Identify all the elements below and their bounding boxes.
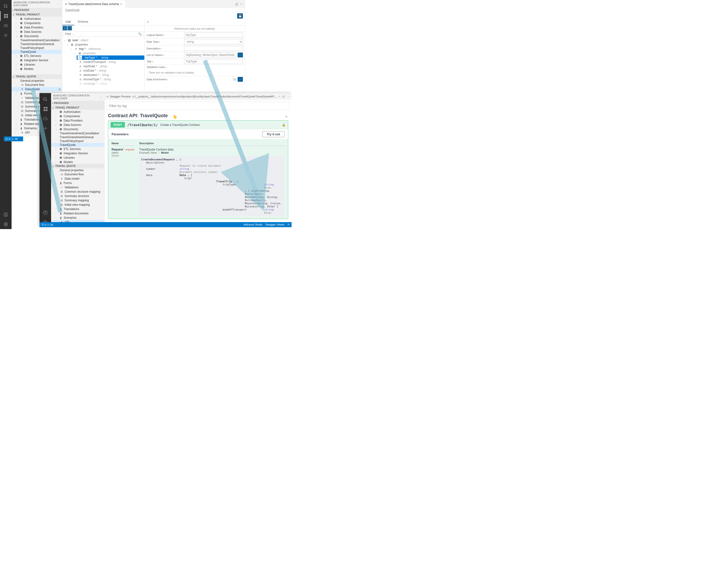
tree-integration[interactable]: ⬢Integration Service xyxy=(12,58,62,62)
section-travel-product[interactable]: ⌄TRAVEL PRODUCT xyxy=(12,12,62,17)
logical-name-input[interactable] xyxy=(184,32,243,38)
status-adinsure[interactable]: AdInsure Studio xyxy=(244,223,262,226)
editor-dataschema: ≡ TravelQuote.dataSchema Data schema × ◫… xyxy=(62,0,245,93)
tree-libraries[interactable]: ›⬢Libraries xyxy=(12,62,62,67)
tree-doc-travelquote[interactable]: TravelQuote xyxy=(51,143,104,147)
tq-api[interactable]: ✦API xyxy=(51,220,104,222)
more-icon[interactable]: ⋯ xyxy=(287,95,290,98)
tree-doc-import[interactable]: TravelPolicyImport xyxy=(12,46,62,50)
filter-by-tag-input[interactable]: Filter by tag xyxy=(106,102,290,110)
breadcrumb[interactable]: TravelQuote xyxy=(62,8,245,12)
tree-data-sources[interactable]: ›⬢Data Sources xyxy=(51,123,104,127)
section-travel-product[interactable]: ⌄TRAVEL PRODUCT xyxy=(51,105,104,110)
section-packages[interactable]: ›PACKAGES xyxy=(51,101,104,105)
cloud-upload-icon[interactable] xyxy=(0,21,12,30)
section-travel-quote[interactable]: ⌄TRAVEL QUOTE xyxy=(51,164,104,168)
prop-coverage[interactable]: Acoverage * : string xyxy=(62,81,144,86)
filter-input[interactable] xyxy=(63,31,137,37)
window-swagger: ADINSURE CONFIGURATION EXPLORER⋯ ›PACKAG… xyxy=(39,93,292,227)
explorer-icon[interactable] xyxy=(0,11,12,21)
tree-components[interactable]: ›⬢Components xyxy=(12,21,62,25)
svg-point-10 xyxy=(5,35,6,36)
tree-doc-travelquote[interactable]: TravelQuote xyxy=(12,50,62,54)
example-value-tab[interactable]: Example Value xyxy=(139,151,157,154)
error-icon[interactable]: ⓧ xyxy=(42,223,44,226)
tree-authorization[interactable]: ›⬢Authorization xyxy=(12,17,62,21)
prop-tripType[interactable]: A tripType * : string xyxy=(77,56,144,60)
api-icon: ✦ xyxy=(60,220,64,222)
svg-point-3 xyxy=(7,14,8,15)
tree-documents[interactable]: ⌄⬢Documents xyxy=(12,34,62,38)
prop-startDate[interactable]: AstartDate * : string xyxy=(62,64,144,68)
tree-etl[interactable]: ›⬢ETL Services xyxy=(12,54,62,58)
tree-doc-general[interactable]: TravelAmendmentGeneral xyxy=(12,42,62,46)
lov-edit-button[interactable]: ⋯ xyxy=(238,53,243,57)
svg-point-18 xyxy=(44,110,45,111)
save-button[interactable]: 💾 xyxy=(237,13,243,18)
api-title[interactable]: Contract API: TravelQuote xyxy=(108,113,168,119)
preview-icon: ▱ xyxy=(106,95,108,98)
account-icon[interactable] xyxy=(0,210,12,219)
prop-modeOfTransport[interactable]: AmodeOfTransport : string xyxy=(62,60,144,64)
expand-icon[interactable]: ⤢ xyxy=(63,26,67,30)
model-schema[interactable]: CreateDocumentRequest ⌄ { description: R… xyxy=(139,156,285,216)
more-icon[interactable]: ⋯ xyxy=(100,95,102,99)
split-icon[interactable]: ◫ xyxy=(235,2,238,6)
tab-schema[interactable]: Schema xyxy=(74,18,92,25)
tree-data-sources[interactable]: ›⬢Data Sources xyxy=(12,30,62,34)
section-travel-quote[interactable]: ⌄TRAVEL QUOTE xyxy=(12,74,62,79)
feedback-icon[interactable]: ⟳ xyxy=(288,223,290,226)
data-type-select[interactable]: string xyxy=(184,39,243,44)
chevron-down-icon[interactable]: ⌄ xyxy=(285,113,288,119)
close-icon[interactable]: × xyxy=(279,95,280,98)
prop-insuredType[interactable]: AinsuredType * : string xyxy=(62,77,144,81)
error-icon[interactable]: ⓧ xyxy=(5,137,8,141)
info-icon[interactable]: i xyxy=(148,20,148,24)
tree-documents[interactable]: ⌄⬢Documents xyxy=(51,127,104,131)
tq-general[interactable]: General properties xyxy=(12,79,62,83)
tab-live[interactable]: Live xyxy=(62,18,74,25)
search-icon[interactable] xyxy=(0,1,12,11)
module-icon: ⬢ xyxy=(19,63,23,67)
tree-authorization[interactable]: ›⬢Authorization xyxy=(51,110,104,114)
try-it-out-button[interactable]: Try it out xyxy=(262,131,285,137)
search-icon[interactable]: 🔍 xyxy=(137,32,143,36)
close-icon[interactable]: × xyxy=(120,2,122,6)
manage-gear-icon[interactable] xyxy=(0,219,12,229)
tq-data-model[interactable]: ✦Data model⧉ xyxy=(12,87,62,91)
more-icon[interactable]: ⋯ xyxy=(57,2,60,6)
fullscreen-icon[interactable]: ⛶ xyxy=(68,26,72,30)
tree-components[interactable]: ›⬢Components xyxy=(51,114,104,119)
model-tab[interactable]: Model xyxy=(159,151,169,154)
section-packages[interactable]: ›PACKAGES xyxy=(12,8,62,12)
tab-dataschema[interactable]: ≡ TravelQuote.dataSchema Data schema × xyxy=(62,0,126,8)
account-icon[interactable] xyxy=(39,208,51,218)
enrichment-edit-button[interactable]: ⋯ xyxy=(238,77,243,82)
module-icon: ⬢ xyxy=(19,34,23,38)
tree-models[interactable]: ›⬢Models xyxy=(12,67,62,71)
operation-header[interactable]: POST /TravelQuote/1/ Create a TravelQuot… xyxy=(108,121,288,129)
search-icon[interactable] xyxy=(39,94,51,104)
warning-icon[interactable]: ⚠ xyxy=(47,223,50,226)
prop-destination[interactable]: Adestination * : string xyxy=(62,73,144,77)
warning-icon[interactable]: ⚠ xyxy=(11,137,14,141)
lov-input[interactable] xyxy=(184,53,236,57)
tq-docflow[interactable]: ⇉Document flow xyxy=(12,83,62,87)
settings-gear-icon[interactable] xyxy=(39,124,51,133)
settings-gear-icon[interactable] xyxy=(0,30,12,40)
module-icon: ⬢ xyxy=(19,67,23,71)
status-swagger[interactable]: Swagger Viewer xyxy=(265,223,285,226)
module-icon: ⬢ xyxy=(19,58,23,62)
copy-icon[interactable]: ⧉ xyxy=(59,87,61,91)
description-input[interactable] xyxy=(184,46,243,51)
tree-doc-cancel[interactable]: TravelAmendmentCancellation xyxy=(12,38,62,42)
lock-icon[interactable]: 🔓 xyxy=(282,123,286,127)
more-icon[interactable]: ⋯ xyxy=(240,2,243,6)
tree-data-providers[interactable]: ›⬢Data Providers xyxy=(12,25,62,30)
explorer-icon[interactable] xyxy=(39,104,51,114)
title-input[interactable] xyxy=(184,59,243,64)
tree-data-providers[interactable]: ›⬢Data Providers xyxy=(51,119,104,123)
cloud-upload-icon[interactable] xyxy=(39,114,51,124)
split-icon[interactable]: ◫ xyxy=(282,95,285,98)
prop-endDate[interactable]: AendDate * : string xyxy=(62,68,144,73)
